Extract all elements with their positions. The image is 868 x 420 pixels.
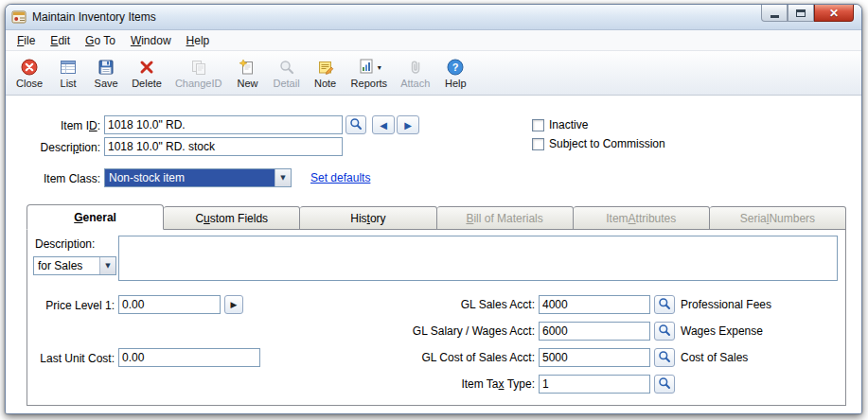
gl-sales-lookup-button[interactable] xyxy=(654,295,675,314)
maximize-icon xyxy=(796,9,806,17)
toolbar-label: Close xyxy=(16,78,43,89)
item-id-label: Item ID: xyxy=(9,119,100,132)
gl-salary-account-name: Wages Expense xyxy=(681,324,763,338)
gl-cost-input[interactable] xyxy=(539,348,650,367)
magnifier-icon xyxy=(657,349,672,367)
inactive-checkbox-box[interactable] xyxy=(532,119,544,131)
toolbar-label: Delete xyxy=(132,78,162,89)
toolbar-label: Reports xyxy=(351,78,388,89)
window-title: Maintain Inventory Items xyxy=(32,10,156,24)
gl-salary-lookup-button[interactable] xyxy=(654,322,675,341)
toolbar-label: Detail xyxy=(273,78,299,89)
gl-sales-input[interactable] xyxy=(539,295,650,314)
item-id-lookup-button[interactable] xyxy=(345,115,366,134)
set-defaults-link[interactable]: Set defaults xyxy=(310,171,370,184)
toolbar-button-note[interactable]: Note xyxy=(307,53,345,93)
item-class-combo[interactable]: Non-stock item ▼ xyxy=(104,168,292,187)
tab-custom-fields[interactable]: Custom Fields xyxy=(164,206,300,230)
menu-window[interactable]: Window xyxy=(123,32,179,49)
minimize-icon xyxy=(771,15,779,18)
close-window-icon: ✕ xyxy=(829,7,839,20)
gl-salary-input[interactable] xyxy=(539,322,650,341)
toolbar-label: List xyxy=(61,78,77,89)
form-area: Item ID: ◀ ▶ Inactive Description: Subje… xyxy=(6,96,861,413)
toolbar-button-change-id: ChangeID xyxy=(168,53,229,93)
magnifier-icon xyxy=(657,376,672,394)
toolbar-label: ChangeID xyxy=(175,78,222,89)
toolbar-button-list[interactable]: List xyxy=(49,53,87,93)
toolbar-button-save[interactable]: Save xyxy=(87,53,125,93)
note-icon xyxy=(316,57,335,78)
toolbar-button-reports[interactable]: ▾ Reports xyxy=(345,53,395,93)
reports-icon xyxy=(357,57,376,78)
item-tax-type-label: Item Tax Type: xyxy=(345,377,535,391)
app-window: Maintain Inventory Items ✕ File Edit Go … xyxy=(5,4,862,414)
commission-checkbox[interactable]: Subject to Commission xyxy=(532,137,665,150)
close-window-button[interactable]: ✕ xyxy=(814,5,854,22)
toolbar-label: Attach xyxy=(400,78,430,89)
sales-description-textarea[interactable] xyxy=(118,236,838,281)
toolbar-button-help[interactable]: ? Help xyxy=(436,53,474,93)
commission-checkbox-label: Subject to Commission xyxy=(549,137,665,150)
toolbar-label: New xyxy=(237,78,257,89)
panel-description-label: Description: xyxy=(35,237,120,251)
last-unit-cost-input[interactable] xyxy=(118,348,260,367)
item-class-value: Non-stock item xyxy=(105,169,275,186)
reports-dropdown-arrow-icon[interactable]: ▾ xyxy=(378,63,381,72)
item-class-label: Item Class: xyxy=(9,172,100,185)
last-unit-cost-label: Last Unit Cost: xyxy=(27,352,115,365)
menu-bar: File Edit Go To Window Help xyxy=(6,30,861,51)
price-level-expand-button[interactable]: ▶ xyxy=(224,295,243,314)
previous-record-button[interactable]: ◀ xyxy=(372,115,395,134)
svg-text:?: ? xyxy=(452,61,459,73)
toolbar: Close List Save Delete ChangeID New Deta… xyxy=(6,51,861,96)
tab-history[interactable]: History xyxy=(300,206,436,230)
toolbar-label: Help xyxy=(445,78,467,89)
gl-cost-account-name: Cost of Sales xyxy=(681,351,748,364)
tab-item-attributes: Item Attributes xyxy=(574,206,710,230)
change-id-icon xyxy=(189,57,208,78)
menu-help[interactable]: Help xyxy=(179,32,218,49)
tab-serial-numbers: Serial Numbers xyxy=(710,206,846,230)
save-icon xyxy=(97,57,115,78)
next-record-button[interactable]: ▶ xyxy=(397,115,419,134)
menu-go-to[interactable]: Go To xyxy=(78,32,123,49)
magnifier-icon xyxy=(348,116,363,134)
maximize-button[interactable] xyxy=(788,5,814,22)
description-input[interactable] xyxy=(104,137,343,156)
inactive-checkbox[interactable]: Inactive xyxy=(532,118,588,131)
title-bar[interactable]: Maintain Inventory Items ✕ xyxy=(6,5,861,30)
toolbar-button-detail: Detail xyxy=(266,53,306,93)
item-tax-type-input[interactable] xyxy=(539,375,650,394)
toolbar-button-attach: Attach xyxy=(394,53,436,93)
chevron-down-icon[interactable]: ▼ xyxy=(99,257,115,274)
toolbar-button-delete[interactable]: Delete xyxy=(125,53,168,93)
menu-file[interactable]: File xyxy=(9,32,43,49)
close-icon xyxy=(20,57,39,78)
attach-icon xyxy=(406,57,425,78)
list-icon xyxy=(59,57,78,78)
menu-edit[interactable]: Edit xyxy=(43,32,78,49)
chevron-down-icon[interactable]: ▼ xyxy=(275,169,291,186)
price-level-label: Price Level 1: xyxy=(27,299,115,312)
magnifier-icon xyxy=(657,323,672,341)
minimize-button[interactable] xyxy=(761,5,788,22)
gl-salary-label: GL Salary / Wages Acct: xyxy=(345,324,535,338)
window-controls: ✕ xyxy=(761,5,854,22)
new-icon xyxy=(238,57,257,78)
tab-strip: General Custom Fields History Bill of Ma… xyxy=(27,206,846,230)
description-type-value: for Sales xyxy=(34,257,99,274)
toolbar-button-new[interactable]: New xyxy=(228,53,266,93)
toolbar-label: Note xyxy=(314,78,336,89)
help-icon: ? xyxy=(446,57,465,78)
commission-checkbox-box[interactable] xyxy=(532,138,544,150)
tab-general[interactable]: General xyxy=(27,204,164,230)
item-id-input[interactable] xyxy=(104,115,343,134)
price-level-input[interactable] xyxy=(118,295,221,314)
gl-cost-lookup-button[interactable] xyxy=(654,348,675,367)
toolbar-button-close[interactable]: Close xyxy=(9,53,49,93)
item-tax-type-lookup-button[interactable] xyxy=(654,375,675,394)
tab-bill-of-materials: Bill of Materials xyxy=(437,206,574,230)
description-type-combo[interactable]: for Sales ▼ xyxy=(33,256,116,275)
app-icon xyxy=(11,9,27,25)
